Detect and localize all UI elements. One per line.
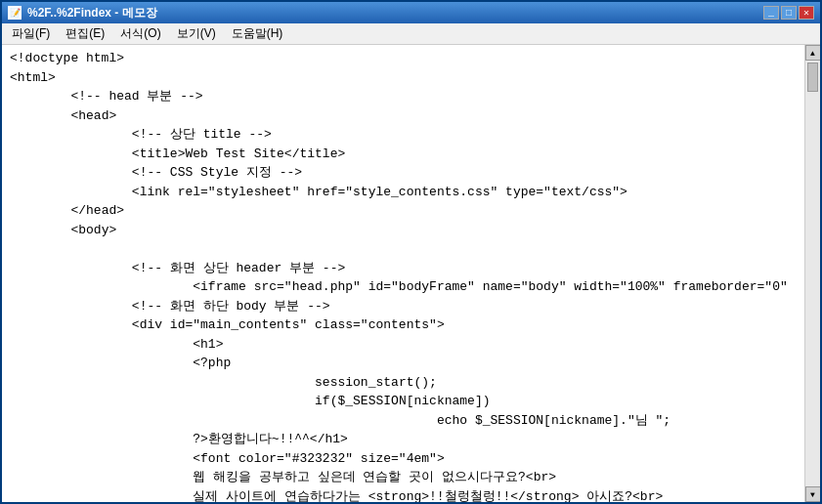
menu-bar: 파일(F) 편집(E) 서식(O) 보기(V) 도움말(H) <box>2 23 820 45</box>
menu-file[interactable]: 파일(F) <box>6 24 56 43</box>
main-window: 📝 %2F..%2Findex - 메모장 _ □ ✕ 파일(F) 편집(E) … <box>0 0 822 504</box>
window-title: %2F..%2Findex - 메모장 <box>27 5 157 21</box>
text-editor[interactable]: <!doctype html> <html> <!-- head 부분 --> … <box>2 45 804 502</box>
menu-format[interactable]: 서식(O) <box>114 24 166 43</box>
app-icon: 📝 <box>8 6 22 20</box>
close-button[interactable]: ✕ <box>799 6 814 20</box>
menu-help[interactable]: 도움말(H) <box>226 24 289 43</box>
menu-view[interactable]: 보기(V) <box>171 24 222 43</box>
minimize-button[interactable]: _ <box>763 6 779 20</box>
scroll-up-button[interactable]: ▲ <box>805 45 821 61</box>
content-area: <!doctype html> <html> <!-- head 부분 --> … <box>2 45 820 502</box>
maximize-button[interactable]: □ <box>781 6 797 20</box>
scroll-down-button[interactable]: ▼ <box>805 486 821 502</box>
title-buttons: _ □ ✕ <box>763 6 814 20</box>
menu-edit[interactable]: 편집(E) <box>60 24 110 43</box>
scroll-thumb[interactable] <box>807 63 818 92</box>
scroll-track[interactable] <box>805 61 820 486</box>
title-bar-left: 📝 %2F..%2Findex - 메모장 <box>8 5 157 21</box>
title-bar: 📝 %2F..%2Findex - 메모장 _ □ ✕ <box>2 2 820 23</box>
vertical-scrollbar[interactable]: ▲ ▼ <box>804 45 820 502</box>
